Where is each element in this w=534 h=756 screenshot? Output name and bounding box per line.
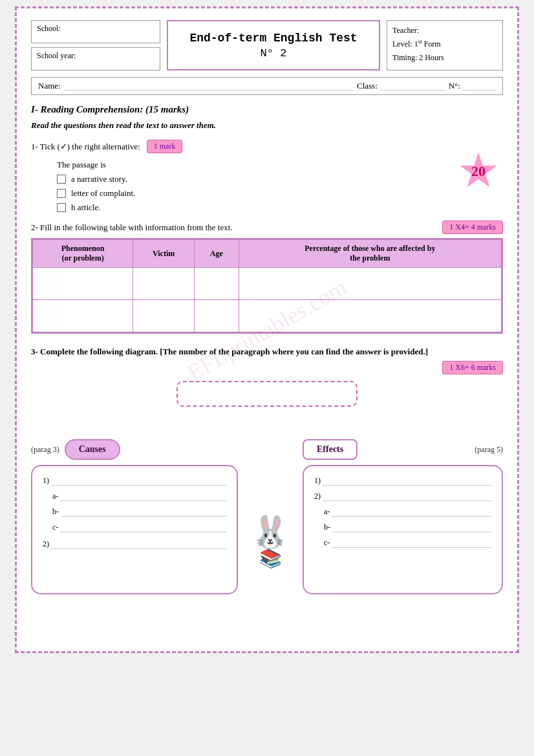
mascot-base: 📚 <box>259 548 282 569</box>
table-row-2 <box>33 300 502 332</box>
checkbox-1[interactable] <box>57 175 66 184</box>
cell-age-2[interactable] <box>195 300 239 332</box>
class-label: Class: <box>357 81 378 91</box>
effect-2b-line: b- <box>324 522 491 532</box>
q2-mark: 1 X4= 4 marks <box>442 221 503 234</box>
cause-1b-line: b- <box>52 506 226 517</box>
score-badge: 20 <box>459 152 498 191</box>
parag5-label: (parag 5) <box>475 445 503 455</box>
causes-side: (parag 3) Causes 1) a- <box>31 439 238 594</box>
cause-1c-line: c- <box>52 522 226 532</box>
q3-text: 3- Complete the following diagram. [The … <box>31 347 503 357</box>
cause-1a-dot[interactable] <box>61 491 226 501</box>
passage-label-text: The passage is <box>57 160 106 169</box>
cell-phenomenon[interactable] <box>33 268 133 300</box>
school-label: School: <box>37 24 61 33</box>
cause-1-num: 1) <box>43 476 49 486</box>
cause-1b-dot[interactable] <box>61 506 226 517</box>
effects-side: Effects (parag 5) 1) 2) <box>303 439 503 594</box>
cause-2-line: 2) <box>43 539 226 549</box>
info-table-container: Phenomenon(or problem) Victim Age Percen… <box>31 238 503 334</box>
causes-label-row: (parag 3) Causes <box>31 439 238 460</box>
table-header-row: Phenomenon(or problem) Victim Age Percen… <box>33 240 502 268</box>
effects-content-box: 1) 2) a- b- <box>303 465 503 594</box>
name-dots[interactable] <box>64 81 354 91</box>
effect-2a-dot[interactable] <box>332 506 491 517</box>
cause-1c-dot[interactable] <box>61 522 226 532</box>
name-row: Name: Class: N°: <box>31 77 503 95</box>
effects-label-row: Effects (parag 5) <box>303 439 503 460</box>
option-3-text: h article. <box>71 202 100 213</box>
cause-1-dot[interactable] <box>52 475 226 486</box>
level-line: Level: 1st Form <box>392 37 497 50</box>
option-1-text: a narrative story. <box>71 174 127 184</box>
info-table: Phenomenon(or problem) Victim Age Percen… <box>32 239 502 332</box>
causes-effects-row: (parag 3) Causes 1) a- <box>31 439 503 594</box>
no-label: N°: <box>449 81 460 91</box>
effect-2a-label: a- <box>324 507 330 517</box>
effect-1-line: 1) <box>314 475 491 486</box>
section-title: I- Reading Comprehension: (15 marks) <box>31 104 503 115</box>
col-age: Age <box>195 240 239 268</box>
effect-2-dot[interactable] <box>323 491 491 501</box>
school-year-label: School year: <box>37 51 76 60</box>
effect-2c-label: c- <box>324 538 330 548</box>
effect-2c-dot[interactable] <box>332 537 491 548</box>
test-number: N° 2 <box>261 47 287 59</box>
name-label: Name: <box>38 81 61 91</box>
page: EFLprintables.com School: School year: E… <box>15 6 519 653</box>
effect-2-num: 2) <box>314 491 321 501</box>
cause-1a-label: a- <box>52 491 58 501</box>
effect-2b-dot[interactable] <box>333 522 491 532</box>
checkbox-2[interactable] <box>57 189 66 198</box>
effect-1-num: 1) <box>314 476 321 486</box>
school-box: School: <box>31 20 160 43</box>
effect-2b-label: b- <box>324 523 330 532</box>
effect-1-dot[interactable] <box>323 475 491 486</box>
option-2: letter of complaint. <box>57 188 503 199</box>
cell-percentage-2[interactable] <box>239 300 501 332</box>
cell-phenomenon-2[interactable] <box>33 300 133 332</box>
cell-victim[interactable] <box>133 268 195 300</box>
no-dots[interactable] <box>464 81 496 91</box>
effect-2a-line: a- <box>324 506 491 517</box>
col-victim: Victim <box>133 240 195 268</box>
cause-2-dot[interactable] <box>52 539 226 549</box>
cause-1a-line: a- <box>52 491 226 501</box>
cause-1c-label: c- <box>52 523 58 532</box>
q3-mark: 1 X6= 6 marks <box>442 361 503 374</box>
q1-mark: 1 mark <box>147 140 183 153</box>
option-3: h article. <box>57 202 503 213</box>
cell-victim-2[interactable] <box>133 300 195 332</box>
checkbox-3[interactable] <box>57 203 66 212</box>
passage-label: The passage is <box>57 160 503 170</box>
class-dots[interactable] <box>381 81 445 91</box>
teacher-label: Teacher: <box>392 24 497 37</box>
header-left: School: School year: <box>31 20 160 70</box>
q1-row: 1- Tick (✓) the right alternative: 1 mar… <box>31 140 503 153</box>
effect-2c-line: c- <box>324 537 491 548</box>
school-year-box: School year: <box>31 47 160 70</box>
header-center: End-of-term English Test N° 2 <box>167 20 380 70</box>
parag3-label: (parag 3) <box>31 445 59 455</box>
diagram-area: (parag 3) Causes 1) a- <box>31 381 503 640</box>
cell-percentage[interactable] <box>239 268 501 300</box>
q1-label: 1- Tick (✓) the right alternative: <box>31 142 140 152</box>
q3-marks-row: 1 X6= 6 marks <box>31 361 503 374</box>
q3-label: 3- Complete the following diagram. [The … <box>31 347 428 356</box>
col-phenomenon: Phenomenon(or problem) <box>33 240 133 268</box>
causes-label: Causes <box>65 439 120 460</box>
header-right: Teacher: Level: 1st Form Timing: 2 Hours <box>387 20 503 70</box>
test-title: End-of-term English Test <box>189 32 357 45</box>
mascot: 🐰 <box>251 517 290 548</box>
option-1: a narrative story. <box>57 174 503 184</box>
instruction: Read the questions then read the text to… <box>31 120 503 131</box>
cause-2-num: 2) <box>43 539 49 549</box>
level-label: Level: 1 <box>392 39 418 49</box>
causes-content-box: 1) a- b- c- <box>31 465 238 594</box>
middle-area: 🐰 📚 <box>244 439 296 569</box>
option-2-text: letter of complaint. <box>71 188 135 199</box>
topic-box[interactable] <box>176 381 358 407</box>
cause-1-line: 1) <box>43 475 226 486</box>
cell-age[interactable] <box>195 268 239 300</box>
